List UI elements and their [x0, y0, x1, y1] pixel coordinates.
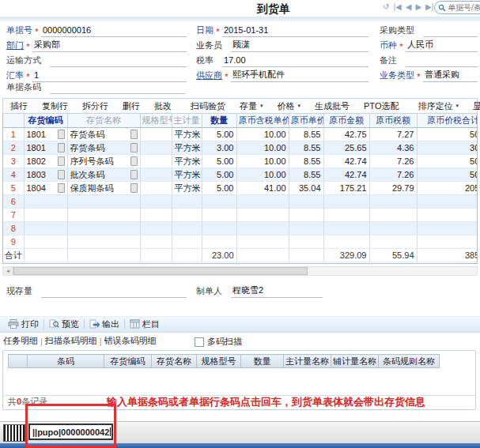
- cell-tax-inclusive-price[interactable]: [236, 209, 289, 222]
- toolbar-button-scan-check[interactable]: 扫码验货: [183, 100, 232, 112]
- cell-unit-price[interactable]: 8.55: [289, 128, 323, 141]
- toolbar-button-display-format[interactable]: 显示格式▾: [466, 100, 480, 112]
- cell-tax-amount[interactable]: [369, 209, 417, 222]
- cell-total-with-tax[interactable]: 50.0: [417, 155, 478, 168]
- cell-quantity[interactable]: [202, 209, 236, 222]
- cell-tax-inclusive-price[interactable]: 10.00: [236, 141, 289, 155]
- table-row[interactable]: 7: [3, 209, 478, 222]
- attachment-icon[interactable]: [130, 130, 138, 139]
- row-number[interactable]: 2: [3, 141, 24, 155]
- cell-main-unit[interactable]: 平方米: [172, 128, 202, 141]
- cell-quantity[interactable]: 5.00: [202, 155, 236, 168]
- field-value-department[interactable]: 采购部: [32, 39, 187, 52]
- cell-unit-price[interactable]: [289, 222, 323, 235]
- scrollbar-thumb[interactable]: [13, 267, 308, 275]
- field-value-current-stock[interactable]: [41, 286, 187, 298]
- row-number[interactable]: 6: [3, 195, 24, 209]
- table-row[interactable]: 21801存货条码平方米3.0010.008.5525.654.3630.0: [3, 141, 478, 155]
- cell-unit-price[interactable]: [289, 235, 323, 249]
- print-button[interactable]: 打印: [3, 318, 43, 330]
- field-value-creator[interactable]: 程晓雪2: [231, 284, 323, 298]
- next-record-icon[interactable]: ▶: [415, 2, 421, 13]
- cell-quantity[interactable]: [202, 195, 236, 209]
- cell-amount[interactable]: 42.75: [323, 128, 369, 141]
- cell-tax-inclusive-price[interactable]: 10.00: [236, 128, 289, 141]
- cell-tax-amount[interactable]: [369, 222, 417, 235]
- field-value-doc-barcode[interactable]: [50, 82, 185, 94]
- tab-task-detail[interactable]: 任务明细: [2, 335, 40, 347]
- cell-total-with-tax[interactable]: 30.0: [417, 141, 478, 155]
- column-header-spec-model[interactable]: 规格型号: [140, 114, 172, 128]
- toolbar-button-delete-row[interactable]: 删行: [115, 100, 147, 112]
- cell-item-name[interactable]: 批次条码: [67, 168, 140, 182]
- cell-item-name[interactable]: [67, 222, 140, 235]
- toolbar-button-sort-locate[interactable]: 排序定位▾: [410, 100, 466, 112]
- column-header-tax-inclusive-price[interactable]: 原币含税单价: [236, 114, 289, 128]
- cell-unit-price[interactable]: [289, 195, 323, 209]
- tab-error-barcode-detail[interactable]: 错误条码明细: [103, 335, 158, 347]
- attachment-icon[interactable]: [130, 143, 138, 152]
- table-row[interactable]: 11801存货条码平方米5.0010.008.5542.757.2750.0: [3, 128, 478, 141]
- cell-tax-amount[interactable]: 29.79: [369, 182, 417, 195]
- cell-main-unit[interactable]: 平方米: [172, 141, 202, 155]
- column-header-unit-price[interactable]: 原币单价: [289, 114, 323, 128]
- cell-tax-inclusive-price[interactable]: [236, 235, 289, 249]
- toolbar-button-insert-row[interactable]: 插行: [3, 100, 35, 112]
- cell-item-name[interactable]: [67, 209, 140, 222]
- attachment-icon[interactable]: [58, 156, 65, 166]
- attachment-icon[interactable]: [58, 183, 65, 193]
- row-number[interactable]: 3: [3, 155, 24, 168]
- column-header-main-unit[interactable]: 主计量: [172, 114, 202, 128]
- cell-main-unit[interactable]: [172, 222, 202, 235]
- cell-spec-model[interactable]: [140, 209, 172, 222]
- field-value-doc-number[interactable]: 0000000016: [41, 25, 187, 37]
- field-value-transport-mode[interactable]: [50, 55, 187, 67]
- horizontal-scrollbar[interactable]: ◂: [2, 266, 478, 276]
- table-row[interactable]: 9: [3, 235, 478, 249]
- field-value-exchange-rate[interactable]: 1: [32, 70, 187, 82]
- cell-amount[interactable]: 175.21: [323, 182, 369, 195]
- cell-amount[interactable]: 42.74: [323, 155, 369, 168]
- attachment-icon[interactable]: [58, 170, 65, 179]
- cell-quantity[interactable]: 5.00: [202, 182, 236, 195]
- table-row[interactable]: 31802序列号条码平方米5.0010.008.5542.747.2650.0: [3, 155, 478, 168]
- cell-unit-price[interactable]: [289, 209, 323, 222]
- cell-tax-inclusive-price[interactable]: [236, 222, 289, 235]
- cell-total-with-tax[interactable]: 205.0: [417, 182, 478, 195]
- cell-main-unit[interactable]: 平方米: [172, 168, 202, 182]
- cell-item-code[interactable]: 1802: [24, 155, 67, 168]
- cell-amount[interactable]: [323, 195, 369, 209]
- cell-spec-model[interactable]: [140, 182, 172, 195]
- cell-quantity[interactable]: 3.00: [202, 141, 236, 155]
- refresh-icon[interactable]: ↺: [383, 2, 389, 13]
- columns-button[interactable]: 栏目: [125, 318, 164, 330]
- cell-item-name[interactable]: 序列号条码: [67, 155, 140, 168]
- cell-amount[interactable]: [323, 235, 369, 249]
- cell-amount[interactable]: [323, 222, 369, 235]
- cell-item-code[interactable]: [24, 222, 67, 235]
- cell-tax-amount[interactable]: [369, 195, 417, 209]
- cell-unit-price[interactable]: 8.55: [289, 155, 323, 168]
- table-row[interactable]: 51804保质期条码平方米5.0041.0035.04175.2129.7920…: [3, 182, 478, 195]
- cell-spec-model[interactable]: [140, 195, 172, 209]
- cell-amount[interactable]: 42.74: [323, 168, 369, 182]
- tab-scan-barcode-detail[interactable]: 扫描条码明细: [43, 335, 99, 347]
- toolbar-button-price[interactable]: 价格▾: [270, 100, 308, 112]
- attachment-icon[interactable]: [130, 156, 138, 166]
- cell-quantity[interactable]: [202, 222, 236, 235]
- field-value-salesperson[interactable]: 顾潇: [231, 39, 369, 52]
- cell-total-with-tax[interactable]: [417, 222, 478, 235]
- cell-amount[interactable]: [323, 209, 369, 222]
- row-number[interactable]: 7: [3, 209, 24, 222]
- row-number[interactable]: 1: [3, 128, 24, 141]
- row-number[interactable]: 5: [3, 182, 24, 195]
- cell-unit-price[interactable]: 35.04: [289, 182, 323, 195]
- cell-item-code[interactable]: [24, 195, 67, 209]
- toolbar-button-batch-modify[interactable]: 批改: [147, 100, 179, 112]
- cell-main-unit[interactable]: [172, 235, 202, 249]
- row-number[interactable]: 8: [3, 222, 24, 235]
- cell-item-code[interactable]: 1801: [24, 141, 67, 155]
- field-value-remark[interactable]: [406, 55, 478, 67]
- toolbar-button-generate-batch-no[interactable]: 生成批号: [308, 100, 357, 112]
- column-header-row-number[interactable]: [3, 114, 24, 128]
